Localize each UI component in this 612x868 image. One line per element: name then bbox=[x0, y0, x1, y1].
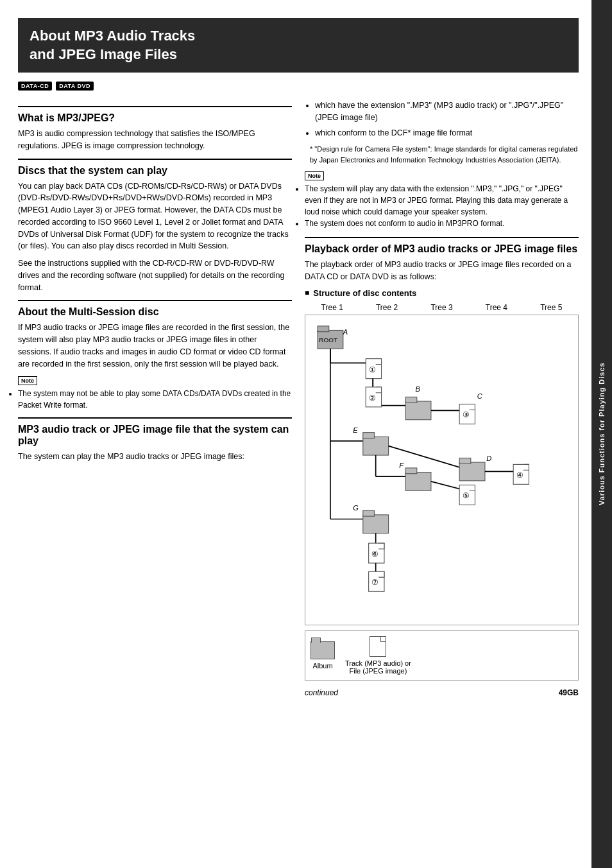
tree-diagram: ROOT A ① bbox=[305, 315, 579, 625]
svg-text:C: C bbox=[477, 392, 483, 400]
svg-text:E: E bbox=[353, 426, 358, 434]
svg-text:ROOT: ROOT bbox=[319, 336, 337, 343]
mp3-jpeg-body: The system can play the MP3 audio tracks… bbox=[18, 451, 292, 463]
right-note: Note The system will play any data with … bbox=[305, 170, 579, 229]
svg-rect-32 bbox=[405, 468, 417, 474]
svg-rect-27 bbox=[459, 458, 471, 464]
multi-session-note: Note The system may not be able to play … bbox=[18, 375, 292, 411]
bullet-1: which have the extension ".MP3" (MP3 aud… bbox=[315, 100, 579, 124]
badge-data-cd: DATA-CD bbox=[18, 82, 52, 91]
heading-mp3-jpeg-play: MP3 audio track or JPEG image file that … bbox=[18, 424, 292, 447]
svg-text:①: ① bbox=[369, 365, 376, 374]
note-label-2: Note bbox=[305, 171, 324, 180]
page-number: 49GB bbox=[559, 688, 579, 697]
what-is-mp3-body: MP3 is audio compression technology that… bbox=[18, 128, 292, 152]
tree-label-3: Tree 3 bbox=[414, 303, 469, 312]
divider-2 bbox=[18, 159, 292, 160]
multi-session-note-list: The system may not be able to play some … bbox=[18, 388, 292, 411]
svg-text:F: F bbox=[399, 462, 404, 469]
multi-session-body: If MP3 audio tracks or JPEG image files … bbox=[18, 322, 292, 370]
svg-text:B: B bbox=[416, 385, 420, 392]
divider-4 bbox=[18, 417, 292, 419]
badge-data-dvd: DATA DVD bbox=[56, 82, 94, 91]
tree-label-2: Tree 2 bbox=[359, 303, 414, 312]
sidebar-text: Various Functions for Playing Discs bbox=[598, 363, 606, 506]
heading-playback-order: Playback order of MP3 audio tracks or JP… bbox=[305, 243, 579, 255]
svg-rect-23 bbox=[363, 433, 375, 438]
svg-text:G: G bbox=[353, 504, 359, 512]
svg-rect-1 bbox=[318, 326, 329, 332]
heading-what-is-mp3: What is MP3/JPEG? bbox=[18, 112, 292, 124]
tree-label-1: Tree 1 bbox=[305, 303, 359, 312]
tree-svg: ROOT A ① bbox=[310, 320, 573, 618]
continued-text: continued bbox=[305, 688, 338, 697]
svg-rect-31 bbox=[405, 472, 431, 490]
svg-rect-10 bbox=[405, 401, 431, 420]
svg-text:⑥: ⑥ bbox=[371, 550, 378, 559]
right-note-item-2: The system does not conform to audio in … bbox=[305, 218, 579, 229]
tree-labels: Tree 1 Tree 2 Tree 3 Tree 4 Tree 5 bbox=[305, 303, 579, 312]
svg-text:②: ② bbox=[369, 394, 376, 403]
col-left: What is MP3/JPEG? MP3 is audio compressi… bbox=[18, 100, 292, 850]
discs-body2: See the instructions supplied with the C… bbox=[18, 257, 292, 293]
page-footer: continued 49GB bbox=[305, 688, 579, 697]
svg-rect-26 bbox=[459, 462, 485, 481]
legend-album: Album bbox=[310, 641, 335, 670]
legend-box: Album Track (MP3 audio) or File (JPEG im… bbox=[305, 630, 579, 681]
right-note-item-1: The system will play any data with the e… bbox=[305, 183, 579, 218]
tree-label-5: Tree 5 bbox=[524, 303, 579, 312]
heading-discs: Discs that the system can play bbox=[18, 165, 292, 177]
structure-heading: Structure of disc contents bbox=[305, 288, 579, 298]
divider-5 bbox=[305, 237, 579, 238]
page-title: About MP3 Audio Tracks and JPEG Image Fi… bbox=[18, 18, 579, 73]
right-sidebar: Various Functions for Playing Discs bbox=[591, 0, 612, 868]
svg-text:A: A bbox=[343, 328, 348, 336]
legend-file-label: Track (MP3 audio) or File (JPEG image) bbox=[345, 659, 411, 675]
divider-1 bbox=[18, 106, 292, 107]
asterisk-note: * "Design rule for Camera File system": … bbox=[305, 144, 579, 165]
legend-album-label: Album bbox=[312, 662, 332, 670]
legend-file: Track (MP3 audio) or File (JPEG image) bbox=[345, 636, 411, 675]
note-item-1: The system may not be able to play some … bbox=[18, 388, 292, 411]
right-note-list: The system will play any data with the e… bbox=[305, 183, 579, 229]
right-bullet-list: which have the extension ".MP3" (MP3 aud… bbox=[305, 100, 579, 139]
playback-order-body: The playback order of MP3 audio tracks o… bbox=[305, 259, 579, 283]
svg-text:④: ④ bbox=[516, 471, 523, 480]
bullet-2: which conform to the DCF* image file for… bbox=[315, 127, 579, 139]
col-right: which have the extension ".MP3" (MP3 aud… bbox=[305, 100, 579, 850]
two-col-layout: What is MP3/JPEG? MP3 is audio compressi… bbox=[18, 100, 579, 850]
svg-rect-22 bbox=[363, 437, 389, 455]
heading-multi-session: About the Multi-Session disc bbox=[18, 306, 292, 318]
svg-text:⑦: ⑦ bbox=[371, 578, 378, 587]
note-label-1: Note bbox=[18, 376, 37, 385]
divider-3 bbox=[18, 300, 292, 301]
page: About MP3 Audio Tracks and JPEG Image Fi… bbox=[0, 0, 612, 868]
discs-body: You can play back DATA CDs (CD-ROMs/CD-R… bbox=[18, 180, 292, 253]
svg-text:③: ③ bbox=[463, 410, 470, 419]
tree-label-4: Tree 4 bbox=[469, 303, 523, 312]
main-content: About MP3 Audio Tracks and JPEG Image Fi… bbox=[0, 0, 591, 868]
svg-text:D: D bbox=[486, 455, 491, 462]
svg-text:⑤: ⑤ bbox=[463, 491, 470, 500]
svg-rect-11 bbox=[405, 397, 417, 403]
svg-rect-42 bbox=[363, 515, 389, 534]
svg-rect-43 bbox=[363, 510, 375, 516]
badges: DATA-CD DATA DVD bbox=[18, 82, 579, 91]
